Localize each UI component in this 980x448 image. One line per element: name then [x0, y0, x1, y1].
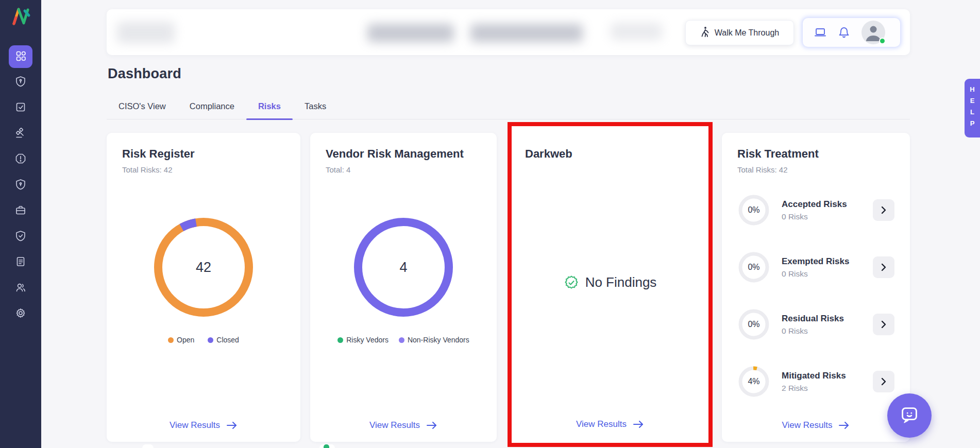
sidebar-item-settings[interactable] [9, 303, 32, 325]
progress-percent: 0% [737, 194, 770, 227]
legend-label: Closed [216, 336, 239, 344]
badge-check-icon [564, 275, 579, 290]
view-results-label: View Results [170, 420, 220, 430]
legend-dot-non-risky [399, 337, 404, 343]
header-icon-group [803, 18, 900, 47]
chevron-right-button[interactable] [873, 199, 894, 221]
treatment-label: Exempted Risks [782, 256, 873, 267]
view-results-link[interactable]: View Results [107, 420, 300, 430]
sidebar-item-vendors[interactable] [9, 200, 32, 222]
card-subtitle: Total Risks: 42 [737, 165, 894, 174]
walking-person-icon [700, 26, 709, 40]
progress-ring: 0% [737, 251, 770, 284]
legend-item-closed: Closed [208, 336, 239, 344]
sidebar-item-dashboard[interactable] [9, 45, 32, 68]
treatment-row-mitigated: 4% Mitigated Risks 2 Risks [737, 365, 894, 398]
online-status-dot [879, 38, 886, 44]
avatar[interactable] [861, 21, 885, 44]
bell-icon[interactable] [838, 26, 850, 39]
card-title: Darkweb [525, 147, 695, 161]
alert-octagon-icon [15, 153, 26, 166]
shield-check-icon [15, 230, 26, 244]
treatment-row-exempted: 0% Exempted Risks 0 Risks [737, 251, 894, 284]
treatment-label: Accepted Risks [782, 199, 873, 210]
help-button[interactable]: HELP [965, 79, 980, 137]
legend-label: Risky Vedors [346, 336, 388, 344]
app-logo-icon[interactable] [9, 5, 32, 29]
legend-dot-risky [337, 337, 343, 343]
card-title: Risk Register [122, 147, 285, 161]
gavel-icon [15, 127, 26, 141]
document-icon [15, 256, 26, 269]
sidebar-item-users[interactable] [9, 277, 32, 300]
briefcase-icon [15, 204, 26, 218]
tab-compliance[interactable]: Compliance [178, 101, 246, 119]
sidebar-nav [9, 45, 32, 329]
legend-item-open: Open [168, 336, 194, 344]
arrow-right-icon [426, 421, 437, 429]
no-findings-label: No Findings [585, 274, 657, 290]
legend: Open Closed [122, 336, 285, 344]
redacted-text-blob [611, 23, 662, 40]
no-findings-state: No Findings [512, 274, 708, 290]
chevron-right-icon [878, 262, 889, 272]
view-results-label: View Results [782, 420, 833, 430]
progress-ring: 0% [737, 194, 770, 227]
tab-risks[interactable]: Risks [246, 101, 293, 119]
tab-bar: CISO's View Compliance Risks Tasks [107, 101, 910, 119]
top-header: Walk Me Through [107, 9, 910, 55]
sidebar-item-risk[interactable] [9, 71, 32, 94]
view-results-label: View Results [576, 419, 627, 429]
next-row-green-dot [324, 444, 329, 448]
tab-tasks[interactable]: Tasks [293, 101, 338, 119]
dashboard-grid-icon [15, 50, 27, 64]
treatment-row-residual: 0% Residual Risks 0 Risks [737, 308, 894, 341]
donut-total-value: 42 [154, 217, 254, 317]
risk-treatment-card: Risk Treatment Total Risks: 42 0% Accept… [722, 133, 910, 442]
progress-percent: 4% [737, 365, 770, 398]
sidebar-item-reports[interactable] [9, 251, 32, 274]
chevron-right-button[interactable] [873, 256, 894, 278]
treatment-label: Mitigated Risks [782, 371, 873, 381]
chevron-right-icon [878, 319, 889, 330]
card-subtitle: Total: 4 [326, 165, 481, 174]
walk-me-through-button[interactable]: Walk Me Through [685, 20, 794, 45]
vendor-donut-chart: 4 [353, 217, 453, 317]
progress-ring: 4% [737, 365, 770, 398]
treatment-count: 2 Risks [782, 384, 873, 393]
sidebar-item-incidents[interactable] [9, 148, 32, 171]
arrow-right-icon [838, 421, 850, 429]
sidebar-item-tasks[interactable] [9, 97, 32, 119]
darkweb-card: Darkweb No Findings View Results [512, 126, 708, 443]
progress-percent: 0% [737, 251, 770, 284]
monitor-icon[interactable] [814, 26, 826, 39]
legend-dot-open [168, 337, 174, 343]
sidebar-item-compliance[interactable] [9, 226, 32, 248]
treatment-label: Residual Risks [782, 314, 873, 324]
view-results-link[interactable]: View Results [722, 420, 910, 430]
arrow-right-icon [226, 421, 238, 429]
redacted-text-blob [117, 22, 175, 43]
view-results-link[interactable]: View Results [512, 419, 708, 429]
page-title: Dashboard [108, 66, 181, 82]
view-results-link[interactable]: View Results [310, 420, 497, 430]
tab-cisos-view[interactable]: CISO's View [107, 101, 178, 119]
treatment-count: 0 Risks [782, 212, 873, 221]
vendor-risk-card: Vendor Risk Management Total: 4 4 Risky … [310, 133, 497, 442]
chevron-right-button[interactable] [873, 371, 894, 392]
shield-key-icon [15, 76, 26, 89]
sidebar-item-audit[interactable] [9, 123, 32, 145]
risk-register-card: Risk Register Total Risks: 42 42 Open Cl… [107, 133, 300, 442]
redacted-company-name [367, 24, 454, 42]
chevron-right-button[interactable] [873, 314, 894, 335]
donut-total-value: 4 [353, 217, 453, 317]
legend-label: Open [177, 336, 194, 344]
task-check-icon [15, 101, 26, 115]
arrow-right-icon [633, 420, 644, 428]
treatment-count: 0 Risks [782, 326, 873, 336]
legend-label: Non-Risky Vendors [408, 336, 469, 344]
sidebar-item-security[interactable] [9, 174, 32, 197]
chat-widget-button[interactable] [887, 393, 932, 438]
legend: Risky Vedors Non-Risky Vendors [326, 336, 481, 344]
walk-me-through-label: Walk Me Through [715, 28, 779, 38]
